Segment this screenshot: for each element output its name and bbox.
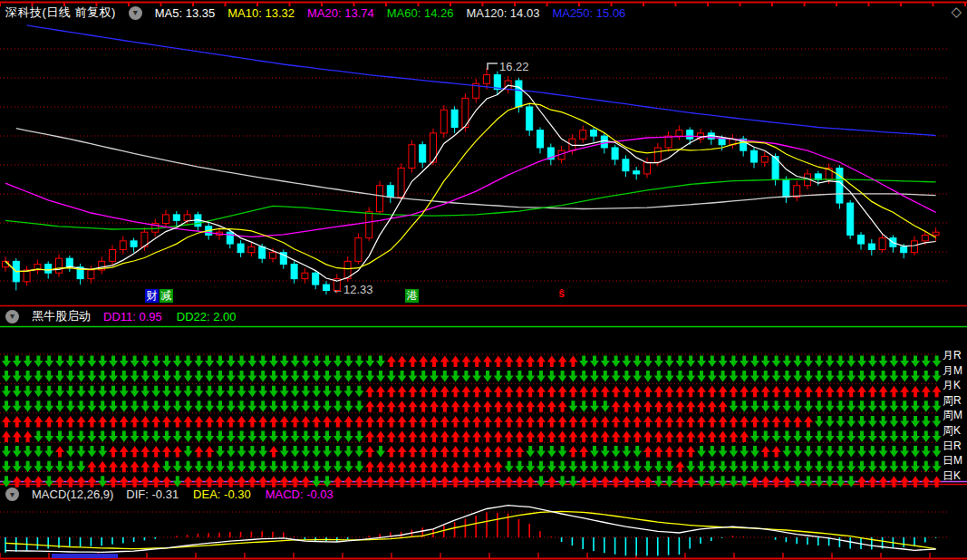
high-marker-hook xyxy=(488,63,498,70)
signal-row-label-5: 周K xyxy=(943,423,961,439)
ma-legend-item-MA10: MA10: 13.32 xyxy=(227,6,295,20)
event-marker-2[interactable]: 港 xyxy=(405,289,419,303)
stock-title: 深科技(日线 前复权) xyxy=(5,5,116,21)
main-chart xyxy=(0,25,947,294)
title-bar: 深科技(日线 前复权) ▾ MA5: 13.35MA10: 13.32MA20:… xyxy=(5,5,625,21)
dif-line xyxy=(5,506,936,553)
event-marker-3[interactable]: ŝ xyxy=(555,287,568,301)
chevron-down-icon: ▾ xyxy=(10,490,15,499)
diamond-icon[interactable]: ◇ xyxy=(951,4,962,20)
macd-values: DIF: -0.31DEA: -0.30MACD: -0.03 xyxy=(126,488,334,501)
signal-row-label-8: 日K xyxy=(943,468,961,484)
collapse-indicator1-button[interactable]: ▾ xyxy=(5,310,19,323)
indicator1-field-DD11: DD11: 0.95 xyxy=(103,310,162,323)
ma-legend-item-MA20: MA20: 13.74 xyxy=(307,6,374,20)
signal-row-label-3: 周R xyxy=(943,393,962,409)
macd-field-MACD: MACD: -0.03 xyxy=(266,488,334,501)
ma-legend-item-MA120: MA120: 14.03 xyxy=(466,6,539,20)
collapse-macd-button[interactable]: ▾ xyxy=(5,488,19,501)
signal-row-label-2: 月K xyxy=(943,378,961,393)
chart-graphics[interactable] xyxy=(0,0,967,560)
indicator1-name: 黑牛股启动 xyxy=(32,308,91,324)
macd-field-DIF: DIF: -0.31 xyxy=(126,488,179,501)
collapse-main-button[interactable]: ▾ xyxy=(129,6,142,20)
signal-row-label-0: 月R xyxy=(943,348,962,363)
trading-app-window: 深科技(日线 前复权) ▾ MA5: 13.35MA10: 13.32MA20:… xyxy=(0,0,967,560)
ma-line-MA5 xyxy=(5,85,936,281)
macd-name: MACD(12,26,9) xyxy=(32,488,113,501)
macd-field-DEA: DEA: -0.30 xyxy=(193,488,251,501)
ma-line-MA250 xyxy=(27,25,936,136)
event-marker-0[interactable]: 财 xyxy=(145,289,159,303)
ma-legend-item-MA250: MA250: 15.06 xyxy=(552,6,625,20)
chevron-down-icon: ▾ xyxy=(10,312,15,321)
scrollbar-thumb[interactable] xyxy=(52,554,118,558)
signal-grid xyxy=(0,354,942,488)
chevron-down-icon: ▾ xyxy=(133,8,138,17)
ma-legend: MA5: 13.35MA10: 13.32MA20: 13.74MA60: 14… xyxy=(155,6,626,20)
ma-legend-item-MA60: MA60: 14.26 xyxy=(387,6,454,20)
signal-row-label-4: 周M xyxy=(943,408,962,423)
indicator1-header: ▾ 黑牛股启动 DD11: 0.95DD22: 2.00 xyxy=(5,308,237,324)
event-marker-1[interactable]: 减 xyxy=(160,289,173,303)
low-price-annotation: ←12.33 xyxy=(332,283,373,296)
signal-row-label-7: 日M xyxy=(943,453,962,468)
candles-layer xyxy=(3,68,940,294)
macd-header: ▾ MACD(12,26,9) DIF: -0.31DEA: -0.30MACD… xyxy=(5,488,334,501)
ma-legend-item-MA5: MA5: 13.35 xyxy=(155,6,216,20)
macd-chart xyxy=(0,506,947,555)
high-price-annotation: 16.22 xyxy=(499,60,529,73)
indicator1-values: DD11: 0.95DD22: 2.00 xyxy=(103,310,237,323)
signal-row-label-1: 月M xyxy=(943,363,962,379)
signal-row-label-6: 日R xyxy=(943,439,962,454)
indicator1-field-DD22: DD22: 2.00 xyxy=(177,310,237,323)
